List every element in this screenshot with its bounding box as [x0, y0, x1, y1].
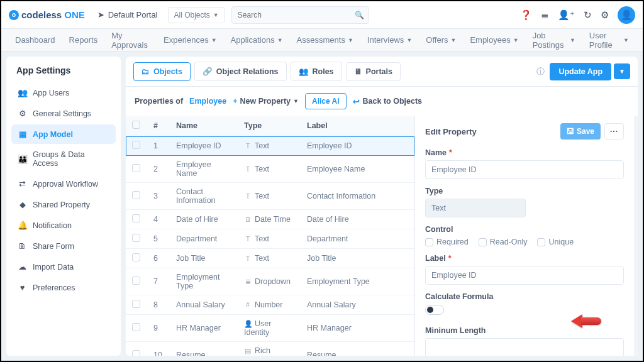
required-check[interactable]: Required — [425, 238, 469, 246]
search-icon[interactable]: 🔍 — [355, 11, 364, 19]
select-all-checkbox[interactable] — [132, 121, 140, 129]
nav-item-applications[interactable]: Applications▼ — [231, 35, 283, 45]
tab-object-relations[interactable]: 🔗Object Relations — [194, 62, 287, 81]
row-checkbox[interactable] — [132, 253, 140, 261]
entity-link[interactable]: Employee — [189, 97, 226, 106]
row-checkbox[interactable] — [132, 323, 140, 331]
tabs-row: 🗂Objects 🔗Object Relations 👥Roles 🖥Porta… — [126, 57, 638, 87]
table-row[interactable]: 9HR Manager👤User IdentityHR Manager — [126, 315, 414, 342]
tab-roles-label: Roles — [313, 67, 334, 76]
table-row[interactable]: 7Employment Type≣DropdownEmployment Type — [126, 268, 414, 295]
row-name: Department — [170, 229, 238, 249]
sidebar-item-notification[interactable]: 🔔Notification — [11, 216, 116, 235]
user-avatar[interactable]: 👤 — [618, 6, 635, 24]
nav-item-reports[interactable]: Reports — [69, 35, 98, 45]
table-row[interactable]: 2Employee NameTTextEmployee Name — [126, 156, 414, 183]
pref-icon: ♥ — [18, 283, 27, 292]
all-objects-dropdown[interactable]: All Objects ▼ — [168, 7, 225, 23]
help-icon[interactable]: ❓ — [520, 9, 532, 21]
readonly-check[interactable]: Read-Only — [479, 238, 528, 246]
caret-down-icon: ▼ — [277, 37, 283, 43]
row-label: Department — [301, 229, 414, 249]
more-actions-button[interactable]: ··· — [604, 123, 624, 140]
nav-item-experiences[interactable]: Experiences▼ — [164, 35, 216, 45]
settings-icon[interactable]: ⚙ — [601, 9, 609, 21]
calculate-formula-toggle[interactable] — [425, 305, 444, 315]
row-label: Employee ID — [301, 136, 414, 156]
label-field[interactable] — [425, 266, 624, 285]
row-num: 4 — [147, 210, 170, 229]
tab-roles[interactable]: 👥Roles — [291, 62, 342, 81]
col-name[interactable]: Name — [170, 116, 238, 136]
table-row[interactable]: 3Contact InformationTTextContact Informa… — [126, 183, 414, 210]
save-label: Save — [577, 127, 594, 136]
unique-check[interactable]: Unique — [537, 238, 574, 246]
row-checkbox[interactable] — [132, 234, 140, 242]
portals-icon: 🖥 — [354, 67, 362, 76]
table-row[interactable]: 4Date of Hire🗓Date TimeDate of Hire — [126, 210, 414, 229]
info-icon[interactable]: ⓘ — [536, 66, 545, 77]
col-num[interactable]: # — [147, 116, 170, 136]
plus-icon: + — [233, 97, 237, 106]
tab-objects[interactable]: 🗂Objects — [133, 62, 191, 81]
nav-item-employees[interactable]: Employees▼ — [470, 35, 518, 45]
type-hash-icon: # — [244, 301, 252, 309]
sidebar-item-import-data[interactable]: ☁Import Data — [11, 257, 116, 277]
nav-item-offers[interactable]: Offers▼ — [426, 35, 456, 45]
table-row[interactable]: 6Job TitleTTextJob Title — [126, 249, 414, 268]
stack-icon[interactable]: ≣ — [541, 9, 549, 21]
new-property-button[interactable]: +New Property▼ — [233, 97, 299, 106]
back-to-objects-button[interactable]: ↩Back to Objects — [353, 97, 422, 106]
row-label: Annual Salary — [301, 295, 414, 315]
col-label[interactable]: Label — [301, 116, 414, 136]
sidebar-item-preferences[interactable]: ♥Preferences — [11, 278, 116, 297]
table-row[interactable]: 1Employee IDTTextEmployee ID — [126, 136, 414, 156]
row-checkbox[interactable] — [132, 277, 140, 285]
search-input[interactable] — [231, 6, 370, 24]
table-row[interactable]: 10Resume▤Rich ContentResume — [126, 342, 414, 356]
row-name: Date of Hire — [170, 210, 238, 229]
name-field[interactable] — [425, 160, 624, 179]
brand-logo[interactable]: o codelessONE — [9, 9, 85, 20]
row-checkbox[interactable] — [132, 141, 140, 149]
sidebar-item-approval-workflow[interactable]: ⇄Approval Workflow — [11, 174, 116, 194]
save-button[interactable]: 🖫Save — [560, 123, 601, 140]
table-row[interactable]: 5DepartmentTTextDepartment — [126, 229, 414, 249]
nav-item-dashboard[interactable]: Dashboard — [15, 35, 55, 45]
sidebar-item-share-form[interactable]: 🗎Share Form — [11, 236, 116, 256]
row-checkbox[interactable] — [132, 300, 140, 308]
sidebar-item-groups---data-access[interactable]: 👪Groups & Data Access — [11, 145, 116, 173]
add-user-icon[interactable]: 👤⁺ — [558, 9, 575, 21]
default-portal-link[interactable]: ➤ Default Portal — [97, 10, 158, 19]
sidebar-item-general-settings[interactable]: ⚙General Settings — [11, 104, 116, 123]
row-type: TText — [238, 249, 301, 268]
sidebar-item-label: Shared Property — [33, 200, 90, 209]
tab-portals[interactable]: 🖥Portals — [346, 62, 401, 81]
col-type[interactable]: Type — [238, 116, 301, 136]
row-label: Employment Type — [301, 268, 414, 295]
nav-item-assessments[interactable]: Assessments▼ — [297, 35, 353, 45]
min-length-field[interactable] — [425, 338, 624, 356]
panel-scrollbar[interactable] — [634, 116, 638, 356]
row-checkbox[interactable] — [132, 191, 140, 199]
table-row[interactable]: 8Annual Salary#NumberAnnual Salary — [126, 295, 414, 315]
sidebar-item-app-users[interactable]: 👥App Users — [11, 83, 116, 102]
update-app-button[interactable]: Update App — [550, 63, 611, 80]
row-type: ▤Rich Content — [238, 342, 301, 356]
nav-item-user-profile[interactable]: User Profile▼ — [589, 31, 629, 50]
row-checkbox[interactable] — [132, 164, 140, 172]
update-app-dropdown[interactable]: ▼ — [614, 63, 630, 79]
nav-item-my-approvals[interactable]: My Approvals — [111, 31, 150, 50]
calculate-formula-label: Calculate Formula — [425, 292, 624, 301]
row-checkbox[interactable] — [132, 214, 140, 222]
group-icon: 👪 — [18, 155, 27, 164]
nav-item-interviews[interactable]: Interviews▼ — [367, 35, 412, 45]
sidebar-item-shared-property[interactable]: ◆Shared Property — [11, 195, 116, 214]
history-icon[interactable]: ↻ — [584, 9, 592, 21]
row-num: 1 — [147, 136, 170, 156]
alice-ai-button[interactable]: Alice AI — [305, 93, 347, 109]
nav-item-job-postings[interactable]: Job Postings▼ — [533, 31, 575, 50]
row-checkbox[interactable] — [132, 350, 140, 356]
sidebar-item-app-model[interactable]: ▦App Model — [11, 124, 116, 144]
topbar-icons: ❓ ≣ 👤⁺ ↻ ⚙ 👤 — [520, 6, 635, 24]
